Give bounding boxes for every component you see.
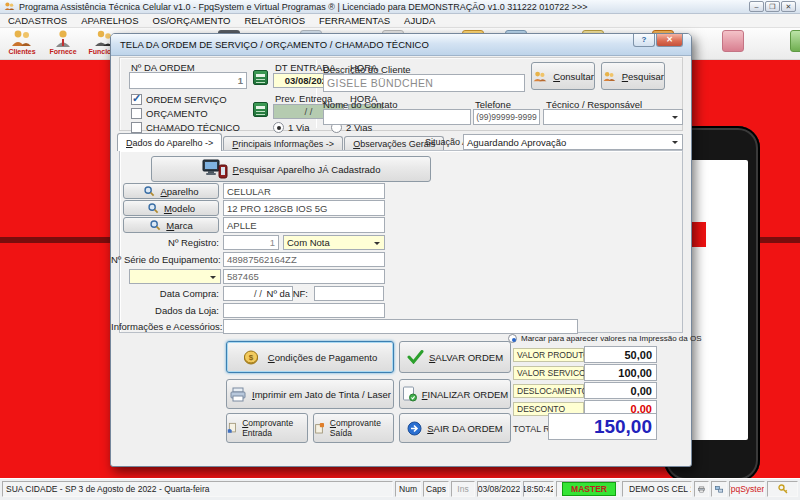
technician-select[interactable] xyxy=(543,109,683,125)
computer-device-icon xyxy=(202,159,228,179)
calendar-icon[interactable] xyxy=(253,102,268,117)
comprovante-saida-button[interactable]: Comprovante Saída xyxy=(313,413,394,443)
info-accessories-input[interactable] xyxy=(223,319,578,334)
status-date: 03/08/2022 xyxy=(477,481,521,497)
marca-button[interactable]: Marca xyxy=(123,217,219,233)
condicoes-pagamento-button[interactable]: $ Condições de Pagamento xyxy=(226,341,394,373)
serial2-select[interactable] xyxy=(129,269,221,284)
registry-number-label: Nº Registro: xyxy=(141,237,219,248)
dialog-close-button[interactable]: ✕ xyxy=(656,34,683,47)
cart-tool-icon[interactable] xyxy=(790,30,800,52)
close-button[interactable]: ✕ xyxy=(781,1,796,12)
menubar: CADASTROS APARELHOS OS/ORÇAMENTO RELATÓR… xyxy=(0,14,800,28)
checkbox-chamado-tecnico[interactable]: CHAMADO TÉCNICO xyxy=(131,122,240,133)
imprimir-button[interactable]: Imprimir em Jato de Tinta / Laser xyxy=(226,379,394,409)
tab-principais-informacoes[interactable]: Principais Informações -> xyxy=(223,136,343,151)
aparelho-button[interactable]: Aparelho xyxy=(123,183,219,199)
people-icon xyxy=(532,70,548,83)
network-computer-icon xyxy=(715,485,723,494)
receipt-in-icon xyxy=(227,421,237,435)
status-insert: Ins xyxy=(451,481,475,497)
maximize-button[interactable]: ❐ xyxy=(765,1,780,12)
minimize-button[interactable]: – xyxy=(749,1,764,12)
service-order-dialog: TELA DA ORDEM DE SERVIÇO / ORÇAMENTO / C… xyxy=(110,33,692,467)
people-icon xyxy=(602,70,617,83)
marca-input[interactable]: APLLE xyxy=(223,217,385,233)
printer-icon xyxy=(229,387,247,402)
checkbox-box[interactable] xyxy=(131,108,142,119)
checkbox-orcamento[interactable]: ORÇAMENTO xyxy=(131,108,208,119)
menu-aparelhos[interactable]: APARELHOS xyxy=(81,15,138,26)
status-network[interactable] xyxy=(711,481,727,497)
checkbox-ordem-servico[interactable]: ORDEM SERVIÇO xyxy=(131,94,227,105)
status-printer[interactable] xyxy=(694,481,709,497)
key-icon xyxy=(778,484,788,494)
status-app-version: DEMO OS CEL 1.0 xyxy=(622,481,692,497)
status-location: SUA CIDADE - SP 3 de Agosto de 2022 - Qu… xyxy=(2,481,393,497)
salvar-ordem-button[interactable]: SALVAR ORDEM xyxy=(399,341,511,373)
person-tool-icon[interactable] xyxy=(722,30,744,52)
contact-name-input[interactable] xyxy=(323,109,471,125)
radio-circle[interactable] xyxy=(273,122,284,133)
toolbar-fornecedor-button[interactable]: Fornece xyxy=(43,29,83,55)
menu-os-orcamento[interactable]: OS/ORÇAMENTO xyxy=(153,15,231,26)
calendar-icon[interactable] xyxy=(253,70,268,85)
tab-dados-do-aparelho[interactable]: Dados do Aparelho -> xyxy=(117,133,222,151)
modelo-input[interactable]: 12 PRO 128GB IOS 5G xyxy=(223,200,385,216)
sair-da-ordem-button[interactable]: SAIR DA ORDEM xyxy=(399,413,511,443)
valor-servicos-value[interactable]: 100,00 xyxy=(584,364,657,381)
store-data-label: Dados da Loja: xyxy=(141,305,219,316)
menu-ajuda[interactable]: AJUDA xyxy=(404,15,435,26)
registry-number-input[interactable]: 1 xyxy=(223,235,279,250)
status-user: MASTER xyxy=(556,481,620,497)
serial2-input[interactable]: 587465 xyxy=(223,269,385,284)
pesquisar-cliente-button[interactable]: Pesquisar xyxy=(601,62,665,90)
receipt-out-icon xyxy=(314,421,325,435)
total-value[interactable]: 150,00 xyxy=(548,413,657,440)
search-icon xyxy=(149,219,161,231)
radio-circle[interactable] xyxy=(508,334,517,343)
checkbox-box[interactable] xyxy=(131,122,142,133)
app-logo-icon xyxy=(4,1,15,12)
deslocamento-label: DESLOCAMENTO xyxy=(513,384,584,398)
aparelho-input[interactable]: CELULAR xyxy=(223,183,385,199)
client-description-input[interactable]: GISELE BÜNDCHEN xyxy=(323,74,525,92)
serial-number-input[interactable]: 48987562164ZZ xyxy=(223,252,385,267)
screen: Programa Assistência Técnica Celular v1.… xyxy=(0,0,800,500)
finalizar-ordem-button[interactable]: FINALIZAR ORDEM xyxy=(399,379,511,409)
menu-cadastros[interactable]: CADASTROS xyxy=(8,15,67,26)
status-caps-lock: Caps xyxy=(423,481,449,497)
order-number-input[interactable]: 1 xyxy=(129,72,247,89)
nf-number-input[interactable] xyxy=(314,286,384,301)
printer-icon xyxy=(698,485,705,494)
status-license xyxy=(767,481,798,497)
menu-relatorios[interactable]: RELATÓRIOS xyxy=(244,15,305,26)
pesquisar-aparelho-button[interactable]: Pesquisar Aparelho JÁ Cadastrado xyxy=(151,156,431,182)
dialog-help-button[interactable]: ? xyxy=(633,34,655,47)
checkbox-box[interactable] xyxy=(131,94,142,105)
exit-arrow-icon xyxy=(407,421,422,436)
check-icon xyxy=(407,350,424,364)
window-title: Programa Assistência Técnica Celular v1.… xyxy=(19,2,588,12)
radio-1-via[interactable]: 1 Via xyxy=(273,122,309,133)
menu-ferramentas[interactable]: FERRAMENTAS xyxy=(319,15,390,26)
serial-number-label: Nº Série do Equipamento: xyxy=(111,254,219,265)
phone-input[interactable]: (99)99999-9999 xyxy=(473,109,540,125)
comprovante-entrada-button[interactable]: Comprovante Entrada xyxy=(226,413,308,443)
window-titlebar: Programa Assistência Técnica Celular v1.… xyxy=(0,0,800,14)
toolbar-clientes-button[interactable]: Clientes xyxy=(2,29,42,55)
nota-select[interactable]: Com Nota xyxy=(283,235,385,250)
supplier-person-icon xyxy=(51,29,75,49)
radio-print-values[interactable]: Marcar para aparecer valores na Impressã… xyxy=(508,334,702,343)
tab-strip: Dados do Aparelho -> Principais Informaç… xyxy=(117,133,445,151)
modelo-button[interactable]: Modelo xyxy=(123,200,219,216)
dialog-titlebar[interactable]: TELA DA ORDEM DE SERVIÇO / ORÇAMENTO / C… xyxy=(111,34,691,56)
store-data-input[interactable] xyxy=(223,303,385,318)
consultar-button[interactable]: Consultar xyxy=(531,62,595,90)
clients-people-icon xyxy=(10,29,34,49)
current-status-select[interactable]: Aguardando Aprovação xyxy=(463,134,683,150)
valor-servicos-label: VALOR SERVICOS xyxy=(513,366,584,380)
valor-produtos-value[interactable]: 50,00 xyxy=(584,346,657,363)
info-accessories-label: Informações e Acessórios: xyxy=(111,321,219,332)
deslocamento-value[interactable]: 0,00 xyxy=(584,382,657,399)
